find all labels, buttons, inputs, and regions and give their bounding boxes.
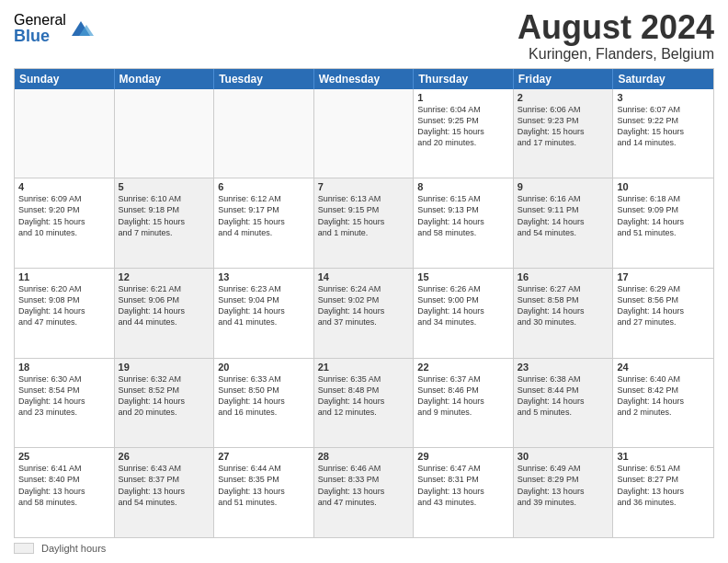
day-info: Sunrise: 6:33 AM Sunset: 8:50 PM Dayligh…	[218, 373, 310, 419]
calendar-cell: 24Sunrise: 6:40 AM Sunset: 8:42 PM Dayli…	[613, 359, 713, 448]
calendar-cell	[15, 89, 115, 178]
day-info: Sunrise: 6:51 AM Sunset: 8:27 PM Dayligh…	[617, 463, 710, 508]
calendar-cell: 3Sunrise: 6:07 AM Sunset: 9:22 PM Daylig…	[613, 89, 713, 178]
logo-blue: Blue	[14, 28, 66, 44]
day-info: Sunrise: 6:07 AM Sunset: 9:22 PM Dayligh…	[617, 104, 710, 149]
day-number: 25	[18, 451, 110, 462]
calendar-row: 1Sunrise: 6:04 AM Sunset: 9:25 PM Daylig…	[15, 89, 713, 179]
calendar-body: 1Sunrise: 6:04 AM Sunset: 9:25 PM Daylig…	[15, 89, 713, 537]
calendar-row: 25Sunrise: 6:41 AM Sunset: 8:40 PM Dayli…	[15, 448, 713, 537]
calendar-cell: 11Sunrise: 6:20 AM Sunset: 9:08 PM Dayli…	[15, 269, 115, 358]
calendar-cell: 30Sunrise: 6:49 AM Sunset: 8:29 PM Dayli…	[514, 448, 614, 537]
calendar-cell: 15Sunrise: 6:26 AM Sunset: 9:00 PM Dayli…	[414, 269, 514, 358]
day-info: Sunrise: 6:23 AM Sunset: 9:04 PM Dayligh…	[218, 283, 310, 328]
calendar-cell	[115, 89, 215, 178]
day-number: 21	[318, 362, 410, 373]
calendar-cell: 27Sunrise: 6:44 AM Sunset: 8:35 PM Dayli…	[214, 448, 314, 537]
calendar-header-cell: Saturday	[613, 69, 713, 89]
day-number: 20	[218, 362, 310, 373]
calendar-header: SundayMondayTuesdayWednesdayThursdayFrid…	[15, 69, 713, 89]
day-number: 14	[318, 271, 410, 282]
calendar-cell: 29Sunrise: 6:47 AM Sunset: 8:31 PM Dayli…	[414, 448, 514, 537]
calendar-cell: 28Sunrise: 6:46 AM Sunset: 8:33 PM Dayli…	[314, 448, 415, 537]
day-number: 12	[119, 271, 210, 282]
day-number: 16	[518, 271, 609, 282]
day-number: 1	[417, 92, 509, 103]
footer: Daylight hours	[14, 543, 714, 554]
day-number: 29	[417, 451, 509, 462]
day-info: Sunrise: 6:41 AM Sunset: 8:40 PM Dayligh…	[18, 463, 110, 508]
calendar-cell: 5Sunrise: 6:10 AM Sunset: 9:18 PM Daylig…	[115, 178, 215, 268]
day-number: 2	[518, 92, 609, 103]
day-number: 13	[218, 271, 310, 282]
title-area: August 2024 Kuringen, Flanders, Belgium	[518, 9, 714, 63]
calendar-cell: 31Sunrise: 6:51 AM Sunset: 8:27 PM Dayli…	[613, 448, 713, 537]
day-number: 8	[417, 181, 509, 192]
main-title: August 2024	[518, 9, 714, 46]
day-number: 11	[18, 271, 110, 282]
page-container: General Blue August 2024 Kuringen, Fland…	[0, 0, 728, 563]
header: General Blue August 2024 Kuringen, Fland…	[14, 9, 714, 63]
calendar-row: 18Sunrise: 6:30 AM Sunset: 8:54 PM Dayli…	[15, 359, 713, 449]
calendar-cell: 2Sunrise: 6:06 AM Sunset: 9:23 PM Daylig…	[514, 89, 614, 178]
day-number: 22	[417, 362, 509, 373]
logo-general: General	[14, 13, 66, 28]
day-info: Sunrise: 6:18 AM Sunset: 9:09 PM Dayligh…	[617, 193, 710, 238]
day-info: Sunrise: 6:46 AM Sunset: 8:33 PM Dayligh…	[318, 463, 410, 508]
calendar-cell: 25Sunrise: 6:41 AM Sunset: 8:40 PM Dayli…	[15, 448, 115, 537]
day-number: 26	[119, 451, 210, 462]
calendar-cell: 12Sunrise: 6:21 AM Sunset: 9:06 PM Dayli…	[115, 269, 215, 358]
day-number: 17	[617, 271, 710, 282]
day-number: 31	[617, 451, 710, 462]
day-info: Sunrise: 6:35 AM Sunset: 8:48 PM Dayligh…	[318, 373, 410, 419]
day-number: 5	[119, 181, 210, 192]
calendar-cell: 26Sunrise: 6:43 AM Sunset: 8:37 PM Dayli…	[115, 448, 215, 537]
day-info: Sunrise: 6:29 AM Sunset: 8:56 PM Dayligh…	[617, 283, 710, 328]
day-info: Sunrise: 6:12 AM Sunset: 9:17 PM Dayligh…	[218, 193, 310, 238]
calendar-cell: 22Sunrise: 6:37 AM Sunset: 8:46 PM Dayli…	[414, 359, 514, 448]
day-info: Sunrise: 6:24 AM Sunset: 9:02 PM Dayligh…	[318, 283, 410, 328]
day-number: 27	[218, 451, 310, 462]
day-number: 6	[218, 181, 310, 192]
calendar-cell: 6Sunrise: 6:12 AM Sunset: 9:17 PM Daylig…	[214, 178, 314, 268]
calendar-cell: 14Sunrise: 6:24 AM Sunset: 9:02 PM Dayli…	[314, 269, 415, 358]
day-info: Sunrise: 6:38 AM Sunset: 8:44 PM Dayligh…	[518, 373, 609, 419]
calendar-header-cell: Monday	[115, 69, 215, 89]
day-info: Sunrise: 6:37 AM Sunset: 8:46 PM Dayligh…	[417, 373, 509, 419]
day-info: Sunrise: 6:21 AM Sunset: 9:06 PM Dayligh…	[119, 283, 210, 328]
calendar-cell	[314, 89, 415, 178]
day-info: Sunrise: 6:20 AM Sunset: 9:08 PM Dayligh…	[18, 283, 110, 328]
day-info: Sunrise: 6:44 AM Sunset: 8:35 PM Dayligh…	[218, 463, 310, 508]
day-info: Sunrise: 6:06 AM Sunset: 9:23 PM Dayligh…	[518, 104, 609, 149]
calendar-header-cell: Thursday	[414, 69, 514, 89]
calendar-header-cell: Sunday	[15, 69, 115, 89]
calendar-cell: 7Sunrise: 6:13 AM Sunset: 9:15 PM Daylig…	[314, 178, 415, 268]
day-info: Sunrise: 6:32 AM Sunset: 8:52 PM Dayligh…	[119, 373, 210, 419]
day-number: 18	[18, 362, 110, 373]
day-number: 19	[119, 362, 210, 373]
day-info: Sunrise: 6:43 AM Sunset: 8:37 PM Dayligh…	[119, 463, 210, 508]
day-number: 30	[518, 451, 609, 462]
legend-label: Daylight hours	[41, 543, 106, 554]
day-info: Sunrise: 6:13 AM Sunset: 9:15 PM Dayligh…	[318, 193, 410, 238]
day-info: Sunrise: 6:04 AM Sunset: 9:25 PM Dayligh…	[417, 104, 509, 149]
day-number: 4	[18, 181, 110, 192]
day-number: 3	[617, 92, 710, 103]
calendar-cell: 23Sunrise: 6:38 AM Sunset: 8:44 PM Dayli…	[514, 359, 614, 448]
logo: General Blue	[14, 13, 94, 44]
day-info: Sunrise: 6:49 AM Sunset: 8:29 PM Dayligh…	[518, 463, 609, 508]
calendar-cell: 18Sunrise: 6:30 AM Sunset: 8:54 PM Dayli…	[15, 359, 115, 448]
day-info: Sunrise: 6:30 AM Sunset: 8:54 PM Dayligh…	[18, 373, 110, 419]
day-number: 9	[518, 181, 609, 192]
calendar-cell: 4Sunrise: 6:09 AM Sunset: 9:20 PM Daylig…	[15, 178, 115, 268]
day-info: Sunrise: 6:16 AM Sunset: 9:11 PM Dayligh…	[518, 193, 609, 238]
calendar-cell: 13Sunrise: 6:23 AM Sunset: 9:04 PM Dayli…	[214, 269, 314, 358]
calendar-cell: 1Sunrise: 6:04 AM Sunset: 9:25 PM Daylig…	[414, 89, 514, 178]
calendar-cell: 20Sunrise: 6:33 AM Sunset: 8:50 PM Dayli…	[214, 359, 314, 448]
day-info: Sunrise: 6:10 AM Sunset: 9:18 PM Dayligh…	[119, 193, 210, 238]
day-info: Sunrise: 6:15 AM Sunset: 9:13 PM Dayligh…	[417, 193, 509, 238]
subtitle: Kuringen, Flanders, Belgium	[518, 46, 714, 63]
calendar-header-cell: Wednesday	[314, 69, 415, 89]
calendar-cell: 16Sunrise: 6:27 AM Sunset: 8:58 PM Dayli…	[514, 269, 614, 358]
calendar-cell: 21Sunrise: 6:35 AM Sunset: 8:48 PM Dayli…	[314, 359, 415, 448]
